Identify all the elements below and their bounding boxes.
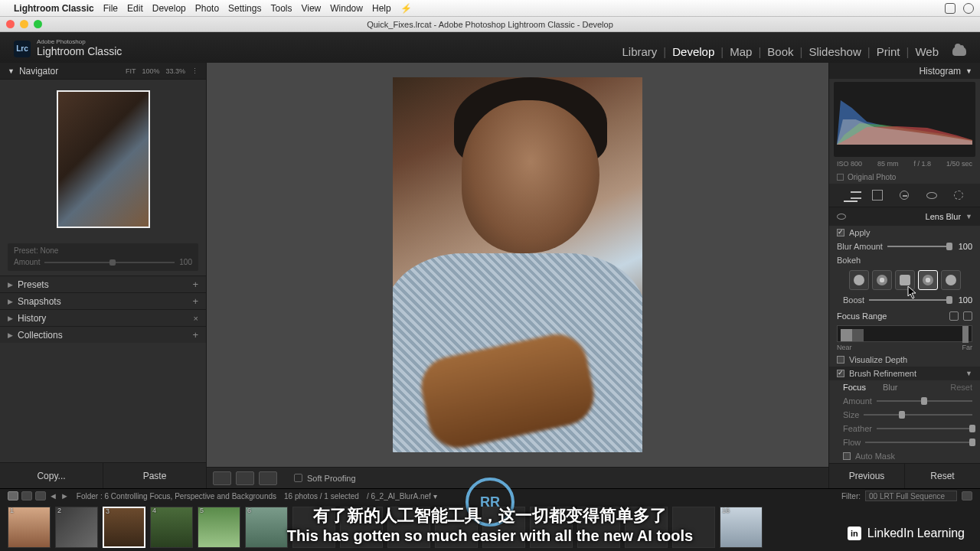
blur-amount-slider[interactable] <box>887 246 949 247</box>
filter-lock-icon[interactable] <box>962 491 972 500</box>
apply-checkbox[interactable] <box>837 229 844 236</box>
filmstrip-folder[interactable]: Folder : 6 Controlling Focus, Perspectiv… <box>77 492 276 500</box>
window-close-button[interactable] <box>6 20 15 28</box>
histogram-display[interactable] <box>834 82 975 157</box>
thumb-10[interactable] <box>435 507 478 548</box>
view-reference-button[interactable] <box>259 471 277 485</box>
menu-view[interactable]: View <box>301 3 321 14</box>
edit-tool-icon[interactable] <box>844 188 858 202</box>
brush-reset-button[interactable]: Reset <box>950 383 972 392</box>
main-window-button[interactable] <box>8 491 18 500</box>
thumb-11[interactable] <box>482 507 525 548</box>
navigator-preview[interactable] <box>0 80 206 239</box>
brush-feather-slider[interactable] <box>877 428 972 429</box>
blur-amount-value[interactable]: 100 <box>954 242 972 251</box>
view-before-after-button[interactable] <box>236 471 254 485</box>
panel-snapshots[interactable]: ▶ Snapshots + <box>0 292 206 309</box>
brush-focus-tab[interactable]: Focus <box>843 383 866 392</box>
image-canvas[interactable] <box>207 63 828 467</box>
module-print[interactable]: Print <box>877 45 900 58</box>
healing-tool-icon[interactable] <box>897 188 911 202</box>
menu-file[interactable]: File <box>103 3 118 14</box>
thumb-6[interactable]: 6 <box>245 507 288 548</box>
masking-tool-icon[interactable] <box>952 188 965 202</box>
thumb-16[interactable]: 16 <box>720 507 763 548</box>
visualize-depth-checkbox[interactable] <box>837 356 844 364</box>
thumb-13[interactable] <box>577 507 620 548</box>
crop-tool-icon[interactable] <box>871 188 884 202</box>
status-icon-1[interactable] <box>945 3 956 14</box>
nav-fwd-icon[interactable]: ► <box>60 491 69 500</box>
thumb-7[interactable] <box>292 507 335 548</box>
navigator-menu-icon[interactable]: ⋮ <box>191 67 198 75</box>
original-photo-checkbox[interactable] <box>837 174 844 181</box>
navigator-header[interactable]: ▼ Navigator FIT 100% 33.3% ⋮ <box>0 63 206 80</box>
module-develop[interactable]: Develop <box>672 45 714 58</box>
panel-presets[interactable]: ▶ Presets + <box>0 276 206 292</box>
add-preset-icon[interactable]: + <box>192 279 198 290</box>
panel-visibility-icon[interactable] <box>837 214 846 220</box>
filter-preset-dropdown[interactable]: 00 LRT Full Sequence <box>865 491 957 501</box>
menu-window[interactable]: Window <box>330 3 363 14</box>
cloud-sync-icon[interactable] <box>952 47 966 56</box>
thumb-15[interactable] <box>672 507 715 548</box>
add-snapshot-icon[interactable]: + <box>192 295 198 307</box>
bokeh-bubble-button[interactable] <box>872 270 892 290</box>
boost-value[interactable]: 100 <box>954 295 972 305</box>
boost-slider[interactable] <box>869 299 949 301</box>
thumb-12[interactable] <box>530 507 573 548</box>
window-minimize-button[interactable] <box>20 20 28 28</box>
second-window-button[interactable] <box>21 491 32 500</box>
view-loupe-button[interactable] <box>213 471 231 485</box>
navigator-pct[interactable]: 33.3% <box>165 67 185 75</box>
module-web[interactable]: Web <box>915 45 939 58</box>
thumb-2[interactable]: 2 <box>55 507 98 548</box>
module-book[interactable]: Book <box>767 45 793 58</box>
thumb-1[interactable]: 1 <box>8 507 51 548</box>
lens-blur-header[interactable]: Lens Blur ▼ <box>829 207 980 225</box>
thumb-4[interactable]: 4 <box>150 507 193 548</box>
menu-tools[interactable]: Tools <box>270 3 292 14</box>
focus-range-handle[interactable] <box>962 326 969 343</box>
clear-history-icon[interactable]: × <box>194 314 198 323</box>
app-menu[interactable]: Lightroom Classic <box>14 3 94 14</box>
panel-history[interactable]: ▶ History × <box>0 309 206 326</box>
nav-back-icon[interactable]: ◄ <box>49 491 57 500</box>
paste-settings-button[interactable]: Paste <box>103 463 206 488</box>
window-zoom-button[interactable] <box>34 20 42 28</box>
module-slideshow[interactable]: Slideshow <box>808 45 861 58</box>
focus-subject-icon[interactable] <box>949 311 959 321</box>
navigator-mode[interactable]: FIT <box>126 67 136 75</box>
bokeh-ring-button[interactable] <box>918 270 938 290</box>
thumb-3[interactable]: 3 <box>103 507 145 548</box>
menu-develop[interactable]: Develop <box>152 3 186 14</box>
thumb-14[interactable] <box>625 507 668 548</box>
menu-edit[interactable]: Edit <box>127 3 143 14</box>
module-map[interactable]: Map <box>730 45 752 58</box>
focus-range-bar[interactable] <box>837 325 972 342</box>
thumb-9[interactable] <box>387 507 430 548</box>
filmstrip-file[interactable]: / 6_2_AI_BlurA.nef ▾ <box>367 492 437 500</box>
brush-blur-tab[interactable]: Blur <box>883 383 898 392</box>
grid-view-icon[interactable] <box>35 491 46 500</box>
histogram-header[interactable]: Histogram ▼ <box>829 63 980 79</box>
bokeh-catseye-button[interactable] <box>941 270 961 290</box>
navigator-zoom[interactable]: 100% <box>142 67 159 75</box>
menu-photo[interactable]: Photo <box>195 3 219 14</box>
panel-collections[interactable]: ▶ Collections + <box>0 326 206 343</box>
reset-button[interactable]: Reset <box>905 464 980 488</box>
bokeh-5blade-button[interactable] <box>895 270 915 290</box>
filmstrip-thumbs[interactable]: 1 2 3 4 5 6 16 有了新的人工智能工具，这一切都变得简单多了 Thi… <box>0 503 980 551</box>
brush-amount-slider[interactable] <box>877 400 972 402</box>
copy-settings-button[interactable]: Copy... <box>0 463 103 488</box>
brush-size-slider[interactable] <box>864 414 972 416</box>
brush-refinement-row[interactable]: Brush Refinement ▼ <box>829 367 980 380</box>
previous-button[interactable]: Previous <box>829 464 905 488</box>
brush-refinement-checkbox[interactable] <box>837 370 844 377</box>
add-collection-icon[interactable]: + <box>192 329 198 341</box>
module-library[interactable]: Library <box>622 45 657 58</box>
menu-settings[interactable]: Settings <box>228 3 261 14</box>
auto-mask-checkbox[interactable] <box>843 452 851 460</box>
focus-point-icon[interactable] <box>963 311 972 321</box>
menu-help[interactable]: Help <box>372 3 391 14</box>
